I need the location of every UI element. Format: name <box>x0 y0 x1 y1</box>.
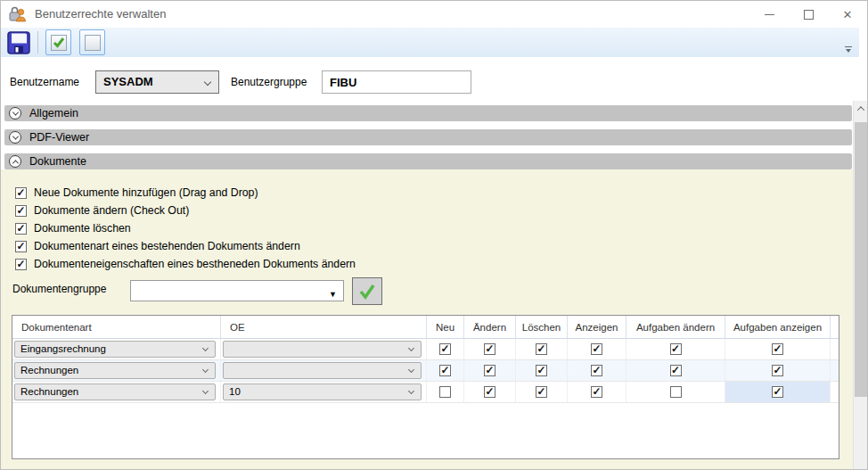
table-row: Eingangsrechnung✓✓✓✓✓✓ <box>12 339 839 360</box>
checkbox-checked[interactable]: ✓ <box>536 343 547 355</box>
section-header-dokumente[interactable]: Dokumente <box>4 153 852 169</box>
permission-label: Dokumente ändern (Check Out) <box>34 204 189 217</box>
permission-label: Neue Dokumente hinzufügen (Drag and Drop… <box>34 186 258 199</box>
permission-cell: ✓ <box>568 382 626 402</box>
checkbox-unchecked[interactable] <box>670 386 682 398</box>
checkbox-checked[interactable]: ✓ <box>15 205 27 217</box>
section-label: PDF-Viewer <box>29 131 89 144</box>
checkbox-checked[interactable]: ✓ <box>536 386 547 398</box>
permissions-table: DokumentenartOENeuÄndernLöschenAnzeigenA… <box>12 315 839 459</box>
column-header: Aufgaben ändern <box>626 316 725 338</box>
scrollbar-thumb[interactable] <box>855 122 867 397</box>
checkbox-checked[interactable]: ✓ <box>591 386 602 398</box>
save-button[interactable] <box>6 30 30 54</box>
scroll-up-button[interactable] <box>854 101 867 116</box>
column-header: OE <box>221 316 427 338</box>
select-all-button[interactable] <box>45 29 71 55</box>
permission-cell: ✓ <box>568 339 626 359</box>
permission-label: Dokumentenart eines bestehenden Dokument… <box>34 240 300 252</box>
user-lock-icon <box>8 4 28 24</box>
table-body: Eingangsrechnung✓✓✓✓✓✓Rechnungen✓✓✓✓✓✓Re… <box>12 339 839 403</box>
check-mark-icon: ✓ <box>16 259 25 269</box>
dokumentenart-select[interactable]: Eingangsrechnung <box>14 341 216 358</box>
row-filler <box>831 382 839 402</box>
dropdown-arrow-icon: ▼ <box>329 284 337 304</box>
checkbox-checked[interactable]: ✓ <box>772 365 783 376</box>
vertical-scrollbar[interactable] <box>853 101 867 470</box>
section-header-pdf-viewer[interactable]: PDF-Viewer <box>4 129 852 145</box>
oe-select[interactable]: 10 <box>223 383 422 400</box>
table-row: Rechnungen10✓✓✓✓ <box>12 382 839 403</box>
chevron-down-icon <box>408 345 414 351</box>
benutzergruppe-input[interactable] <box>322 70 471 94</box>
check-mark-icon: ✓ <box>671 343 680 354</box>
check-mark-icon: ✓ <box>485 386 494 397</box>
permission-cell: ✓ <box>427 339 464 359</box>
deselect-all-button[interactable] <box>79 29 105 55</box>
apply-group-button[interactable] <box>352 277 382 305</box>
maximize-button[interactable] <box>789 1 828 28</box>
row-filler <box>831 360 839 381</box>
dokumentengruppe-label: Dokumentengruppe <box>12 278 106 300</box>
permission-cell: ✓ <box>464 339 516 359</box>
dokumentenart-select[interactable]: Rechnungen <box>14 383 216 400</box>
chevron-down-icon <box>202 367 209 373</box>
permission-cell <box>427 382 464 402</box>
checkbox-checked[interactable]: ✓ <box>15 241 27 252</box>
check-mark-icon: ✓ <box>773 386 782 397</box>
dokumentenart-cell: Rechnungen <box>12 382 221 402</box>
benutzergruppe-label: Benutzergruppe <box>231 70 307 94</box>
checkbox-empty-icon <box>85 35 101 51</box>
window-controls: ✕ <box>749 1 867 28</box>
checkbox-checked[interactable]: ✓ <box>772 386 783 398</box>
checkbox-checked[interactable]: ✓ <box>484 386 495 398</box>
checkbox-checked[interactable]: ✓ <box>15 223 27 235</box>
expander-chevron-icon <box>9 107 21 120</box>
row-filler <box>831 339 839 359</box>
permission-cell: ✓ <box>725 382 831 402</box>
checkbox-checked[interactable]: ✓ <box>439 365 451 376</box>
section-header-allgemein[interactable]: Allgemein <box>4 105 852 121</box>
column-header: Ändern <box>464 316 516 338</box>
minimize-button[interactable] <box>749 1 789 28</box>
check-mark-icon: ✓ <box>16 241 25 251</box>
checkbox-checked[interactable]: ✓ <box>484 365 495 376</box>
dokumentenart-cell: Rechnungen <box>12 360 221 381</box>
checkbox-checked[interactable]: ✓ <box>670 343 682 355</box>
permission-cell: ✓ <box>626 339 725 359</box>
checkbox-unchecked[interactable] <box>439 386 451 398</box>
check-mark-icon: ✓ <box>536 365 545 375</box>
maximize-icon <box>804 10 814 20</box>
benutzername-select[interactable]: SYSADM <box>95 70 219 94</box>
checkbox-checked[interactable]: ✓ <box>439 343 451 355</box>
checkbox-checked[interactable]: ✓ <box>15 187 27 199</box>
checkbox-checked[interactable]: ✓ <box>536 365 547 376</box>
checkbox-checked[interactable]: ✓ <box>772 343 783 355</box>
chevron-down-icon <box>408 367 414 373</box>
checkbox-checked[interactable]: ✓ <box>591 343 602 355</box>
permission-cell: ✓ <box>725 360 831 381</box>
check-mark-icon: ✓ <box>536 343 545 354</box>
title-bar: Benutzerrechte verwalten ✕ <box>1 1 867 28</box>
table-header: DokumentenartOENeuÄndernLöschenAnzeigenA… <box>12 316 839 339</box>
oe-select[interactable] <box>223 362 422 379</box>
permission-cell: ✓ <box>516 339 568 359</box>
permission-item: ✓Neue Dokumente hinzufügen (Drag and Dro… <box>15 184 356 202</box>
check-mark-icon: ✓ <box>671 365 680 375</box>
oe-cell <box>221 360 427 381</box>
check-mark-icon: ✓ <box>536 386 545 397</box>
dokumentengruppe-select[interactable]: ▼ <box>130 280 344 301</box>
oe-select[interactable] <box>223 341 422 358</box>
toolbar-overflow-icon[interactable] <box>844 46 852 53</box>
checkbox-checked[interactable]: ✓ <box>591 365 602 376</box>
permission-list: ✓Neue Dokumente hinzufügen (Drag and Dro… <box>15 184 356 273</box>
checkbox-checked[interactable]: ✓ <box>484 343 495 355</box>
check-mark-icon: ✓ <box>592 343 601 354</box>
checkbox-checked[interactable]: ✓ <box>15 259 27 270</box>
dokumentenart-select[interactable]: Rechnungen <box>14 362 216 379</box>
check-mark-icon: ✓ <box>440 343 449 354</box>
checkbox-checked[interactable]: ✓ <box>670 365 682 376</box>
close-button[interactable]: ✕ <box>828 1 867 28</box>
check-mark-icon: ✓ <box>485 365 494 375</box>
section-label: Allgemein <box>29 107 78 120</box>
